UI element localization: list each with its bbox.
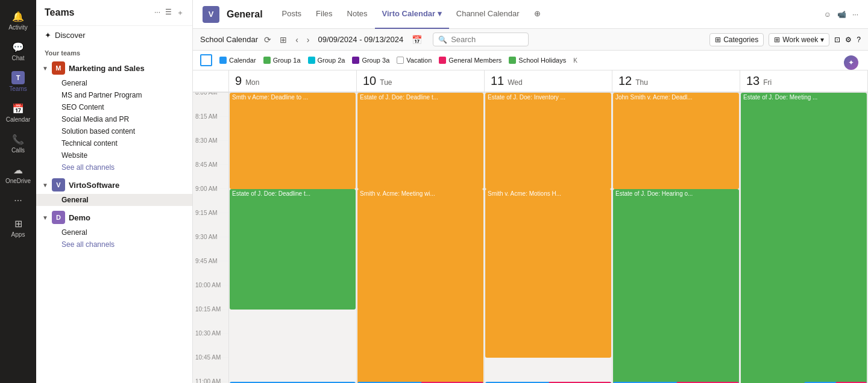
icon-sidebar: 🔔 Activity 💬 Chat T Teams 📅 Calendar 📞 C… bbox=[0, 0, 36, 383]
team-name-row-virto[interactable]: ▼ V VirtoSoftware bbox=[36, 176, 192, 194]
day-num-11: 11 bbox=[491, 74, 504, 88]
help-icon[interactable]: ? bbox=[857, 36, 861, 44]
event-thu-2[interactable]: Estate of J. Doe: Hearing o... bbox=[613, 189, 739, 383]
categories-button[interactable]: ⊞ Categories bbox=[709, 33, 764, 46]
sidebar-item-chat[interactable]: 💬 Chat bbox=[0, 36, 36, 66]
settings-icon[interactable]: ⚙ bbox=[845, 36, 852, 44]
onedrive-icon: ☁ bbox=[11, 163, 25, 176]
cal-toolbar-right: ⊞ Categories ⊞ Work week ▾ ⊡ ⚙ ? bbox=[709, 33, 861, 46]
date-picker-button[interactable]: 📅 bbox=[409, 34, 424, 46]
legend-label-general-members: General Members bbox=[448, 57, 502, 64]
discover-row[interactable]: ✦ Discover bbox=[36, 26, 192, 45]
event-wed-2[interactable]: Smith v. Acme: Motions H... bbox=[485, 189, 611, 358]
channel-item[interactable]: General bbox=[36, 77, 192, 89]
video-icon[interactable]: 📹 bbox=[837, 10, 846, 19]
event-tue-1[interactable]: Estate of J. Doe: Deadline t... bbox=[357, 93, 483, 189]
refresh-button[interactable]: ⟳ bbox=[262, 34, 274, 46]
cal-day-lane-fri: Estate of J. Doe: Meeting ... ⟳ Daily ..… bbox=[740, 93, 868, 383]
tab-add[interactable]: ⊕ bbox=[527, 0, 548, 29]
lane-row bbox=[229, 358, 356, 382]
chevron-icon: ▼ bbox=[42, 214, 48, 221]
sidebar-item-activity[interactable]: 🔔 Activity bbox=[0, 5, 36, 36]
cal-days-header: 9 Mon 10 Tue 11 Wed 12 Thu 13 Fri bbox=[193, 70, 868, 93]
prev-button[interactable]: ‹ bbox=[293, 34, 301, 46]
next-button[interactable]: › bbox=[304, 34, 312, 46]
day-num-10: 10 bbox=[363, 74, 376, 88]
sidebar-item-label: Apps bbox=[11, 231, 25, 238]
time-gutter-header bbox=[193, 70, 229, 92]
day-header-mon: 9 Mon bbox=[229, 70, 357, 92]
lane-row bbox=[229, 310, 356, 334]
day-header-thu: 12 Thu bbox=[612, 70, 740, 92]
reactions-icon[interactable]: ☺ bbox=[824, 10, 831, 19]
sidebar-item-apps[interactable]: ⊞ Apps bbox=[0, 212, 36, 243]
tab-posts[interactable]: Posts bbox=[275, 0, 309, 29]
legend-dot-group3a bbox=[352, 57, 359, 64]
see-all-channels-demo[interactable]: See all channels bbox=[36, 238, 192, 251]
channel-item[interactable]: MS and Partner Program bbox=[36, 89, 192, 101]
event-mon-1[interactable]: Smth v Acme: Deadline to ... bbox=[230, 93, 356, 189]
tab-notes[interactable]: Notes bbox=[340, 0, 375, 29]
channel-item[interactable]: SEO Content bbox=[36, 101, 192, 113]
tab-channel-calendar[interactable]: Channel Calendar bbox=[449, 0, 527, 29]
legend-label-vacation: Vacation bbox=[406, 57, 432, 64]
cal-day-lane-thu: John Smith v. Acme: Deadl... Estate of J… bbox=[612, 93, 740, 383]
cal-day-lane-tue: Estate of J. Doe: Deadline t... Smith v.… bbox=[357, 93, 485, 383]
sidebar-item-calls[interactable]: 📞 Calls bbox=[0, 128, 36, 158]
channel-item-general-virto[interactable]: General bbox=[36, 194, 192, 206]
day-header-wed: 11 Wed bbox=[485, 70, 612, 92]
activity-icon: 🔔 bbox=[11, 10, 25, 23]
day-num-9: 9 bbox=[235, 74, 242, 88]
cal-main: 9 Mon 10 Tue 11 Wed 12 Thu 13 Fri bbox=[193, 70, 868, 383]
cal-toolbar: School Calendar ⟳ ⊞ ‹ › 09/09/2024 - 09/… bbox=[193, 29, 868, 51]
search-input[interactable] bbox=[451, 35, 523, 44]
team-group-virto: ▼ V VirtoSoftware General bbox=[36, 176, 192, 206]
calendar-name: School Calendar bbox=[200, 35, 258, 44]
lane-row bbox=[485, 358, 612, 382]
event-wed-1[interactable]: Estate of J. Doe: Inventory ... bbox=[485, 93, 611, 189]
ai-sparkle-button[interactable]: ✦ bbox=[844, 55, 858, 70]
sidebar-item-label: Chat bbox=[11, 55, 24, 61]
apps-icon: ⊞ bbox=[11, 217, 25, 230]
sidebar-item-onedrive[interactable]: ☁ OneDrive bbox=[0, 158, 36, 189]
filter-icon[interactable]: ☰ bbox=[165, 8, 172, 18]
more-icon[interactable]: ··· bbox=[852, 10, 858, 19]
team-name-row-marketing[interactable]: ▼ M Marketing and Sales bbox=[36, 59, 192, 77]
legend-dot-vacation bbox=[397, 57, 404, 64]
expand-icon[interactable]: ⊡ bbox=[834, 36, 840, 44]
grid-view-button[interactable]: ⊞ bbox=[277, 34, 289, 46]
cal-time-col: 8:00 AM 8:15 AM 8:30 AM 8:45 AM 9:00 AM … bbox=[193, 93, 229, 383]
channel-item[interactable]: Solution based content bbox=[36, 125, 192, 137]
view-button[interactable]: ⊞ Work week ▾ bbox=[769, 33, 829, 46]
more-options-icon[interactable]: ··· bbox=[154, 8, 160, 18]
channel-item-general-demo[interactable]: General bbox=[36, 226, 192, 238]
more-icon: ··· bbox=[11, 194, 25, 207]
cal-toolbar-left: School Calendar ⟳ ⊞ ‹ › 09/09/2024 - 09/… bbox=[200, 33, 529, 46]
channel-item[interactable]: Website bbox=[36, 149, 192, 161]
sidebar-item-teams[interactable]: T Teams bbox=[0, 66, 36, 97]
team-icon-demo: D bbox=[52, 211, 65, 224]
add-team-icon[interactable]: ＋ bbox=[177, 8, 184, 18]
channel-item[interactable]: Social Media and PR bbox=[36, 113, 192, 125]
sidebar-item-calendar[interactable]: 📅 Calendar bbox=[0, 97, 36, 128]
tab-files[interactable]: Files bbox=[309, 0, 339, 29]
event-fri-1[interactable]: Estate of J. Doe: Meeting ... bbox=[741, 93, 867, 383]
channel-item[interactable]: Technical content bbox=[36, 137, 192, 149]
team-icon-virto: V bbox=[52, 178, 65, 192]
sidebar-item-more[interactable]: ··· bbox=[0, 189, 36, 212]
legend-school-holidays: School Holidays bbox=[509, 57, 566, 64]
legend-vacation: Vacation bbox=[397, 57, 432, 64]
sidebar-item-label: OneDrive bbox=[5, 178, 31, 184]
team-name-row-demo[interactable]: ▼ D Demo bbox=[36, 208, 192, 226]
event-mon-2[interactable]: Estate of J. Doe: Deadline t... bbox=[230, 189, 356, 310]
see-all-channels-marketing[interactable]: See all channels bbox=[36, 161, 192, 173]
tab-virto-calendar[interactable]: Virto Calendar ▾ bbox=[375, 0, 449, 29]
event-tue-2[interactable]: Smith v. Acme: Meeting wi... bbox=[357, 189, 483, 383]
categories-label: Categories bbox=[723, 36, 758, 44]
channel-tabs: Posts Files Notes Virto Calendar ▾ Chann… bbox=[275, 0, 548, 29]
cal-days-area: Smth v Acme: Deadline to ... Estate of J… bbox=[229, 93, 868, 383]
event-thu-1[interactable]: John Smith v. Acme: Deadl... bbox=[613, 93, 739, 189]
legend-dot-school-holidays bbox=[509, 57, 516, 64]
search-icon: 🔍 bbox=[438, 36, 447, 44]
day-name-wed: Wed bbox=[508, 78, 522, 87]
